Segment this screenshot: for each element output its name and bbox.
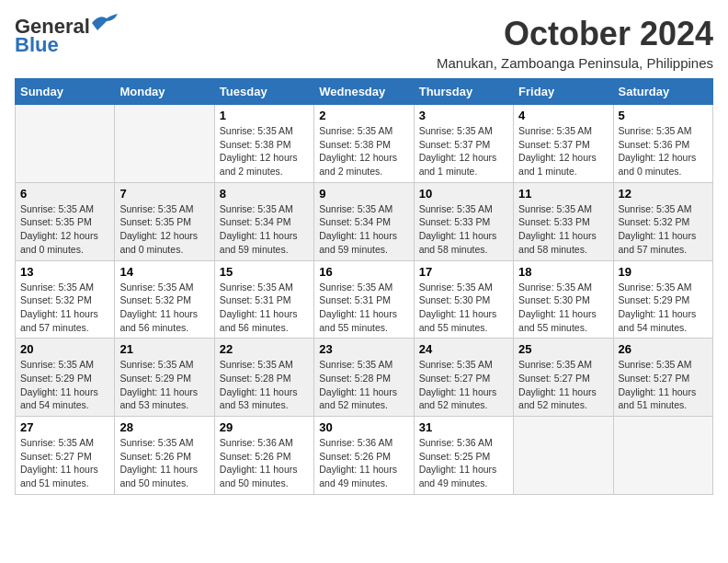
calendar-cell: 10Sunrise: 5:35 AMSunset: 5:33 PMDayligh… xyxy=(414,182,513,260)
day-detail: Sunrise: 5:35 AMSunset: 5:31 PMDaylight:… xyxy=(220,281,309,335)
day-detail: Sunrise: 5:35 AMSunset: 5:32 PMDaylight:… xyxy=(20,281,109,335)
day-number: 24 xyxy=(419,342,508,356)
day-detail: Sunrise: 5:35 AMSunset: 5:27 PMDaylight:… xyxy=(518,358,608,412)
logo: General Blue xyxy=(15,15,119,57)
day-detail: Sunrise: 5:36 AMSunset: 5:26 PMDaylight:… xyxy=(319,436,408,490)
calendar-cell: 14Sunrise: 5:35 AMSunset: 5:32 PMDayligh… xyxy=(115,260,214,339)
day-number: 22 xyxy=(220,342,309,356)
day-detail: Sunrise: 5:35 AMSunset: 5:38 PMDaylight:… xyxy=(319,124,408,178)
calendar-cell: 21Sunrise: 5:35 AMSunset: 5:29 PMDayligh… xyxy=(115,339,214,417)
day-number: 6 xyxy=(20,187,109,201)
calendar-cell: 9Sunrise: 5:35 AMSunset: 5:34 PMDaylight… xyxy=(314,182,414,260)
day-number: 25 xyxy=(518,342,608,356)
day-detail: Sunrise: 5:35 AMSunset: 5:27 PMDaylight:… xyxy=(419,358,508,412)
calendar-cell: 5Sunrise: 5:35 AMSunset: 5:36 PMDaylight… xyxy=(613,105,712,183)
day-number: 31 xyxy=(419,420,508,434)
day-detail: Sunrise: 5:35 AMSunset: 5:33 PMDaylight:… xyxy=(419,202,508,257)
day-detail: Sunrise: 5:35 AMSunset: 5:29 PMDaylight:… xyxy=(619,281,708,335)
day-detail: Sunrise: 5:35 AMSunset: 5:35 PMDaylight:… xyxy=(119,202,209,257)
calendar-cell: 22Sunrise: 5:35 AMSunset: 5:28 PMDayligh… xyxy=(214,339,313,417)
day-number: 1 xyxy=(220,109,309,122)
day-detail: Sunrise: 5:35 AMSunset: 5:37 PMDaylight:… xyxy=(518,124,608,178)
logo-bird-icon xyxy=(92,14,119,32)
calendar-cell: 24Sunrise: 5:35 AMSunset: 5:27 PMDayligh… xyxy=(414,339,513,417)
day-detail: Sunrise: 5:35 AMSunset: 5:34 PMDaylight:… xyxy=(220,202,309,257)
day-number: 18 xyxy=(518,265,608,279)
calendar-cell: 4Sunrise: 5:35 AMSunset: 5:37 PMDaylight… xyxy=(514,105,613,183)
calendar-cell: 30Sunrise: 5:36 AMSunset: 5:26 PMDayligh… xyxy=(314,417,414,495)
day-detail: Sunrise: 5:35 AMSunset: 5:33 PMDaylight:… xyxy=(518,202,608,257)
calendar-week-row: 13Sunrise: 5:35 AMSunset: 5:32 PMDayligh… xyxy=(16,260,713,339)
calendar-cell: 29Sunrise: 5:36 AMSunset: 5:26 PMDayligh… xyxy=(214,417,313,495)
calendar-cell: 23Sunrise: 5:35 AMSunset: 5:28 PMDayligh… xyxy=(314,339,414,417)
day-detail: Sunrise: 5:35 AMSunset: 5:38 PMDaylight:… xyxy=(220,124,309,178)
calendar-cell: 16Sunrise: 5:35 AMSunset: 5:31 PMDayligh… xyxy=(314,260,414,339)
calendar-header-friday: Friday xyxy=(514,79,613,105)
day-detail: Sunrise: 5:35 AMSunset: 5:28 PMDaylight:… xyxy=(220,358,309,412)
day-number: 7 xyxy=(119,187,209,201)
calendar-header-tuesday: Tuesday xyxy=(214,79,313,105)
day-detail: Sunrise: 5:35 AMSunset: 5:28 PMDaylight:… xyxy=(319,358,408,412)
day-number: 28 xyxy=(119,420,209,434)
day-detail: Sunrise: 5:35 AMSunset: 5:27 PMDaylight:… xyxy=(20,436,109,490)
calendar-cell: 28Sunrise: 5:35 AMSunset: 5:26 PMDayligh… xyxy=(115,417,214,495)
day-number: 23 xyxy=(319,342,408,356)
calendar-header-thursday: Thursday xyxy=(414,79,513,105)
calendar-week-row: 27Sunrise: 5:35 AMSunset: 5:27 PMDayligh… xyxy=(16,417,713,495)
day-detail: Sunrise: 5:35 AMSunset: 5:35 PMDaylight:… xyxy=(20,202,109,257)
calendar-cell: 31Sunrise: 5:36 AMSunset: 5:25 PMDayligh… xyxy=(414,417,513,495)
calendar-week-row: 6Sunrise: 5:35 AMSunset: 5:35 PMDaylight… xyxy=(16,182,713,260)
day-detail: Sunrise: 5:35 AMSunset: 5:32 PMDaylight:… xyxy=(119,281,209,335)
calendar-cell: 1Sunrise: 5:35 AMSunset: 5:38 PMDaylight… xyxy=(214,105,313,183)
day-number: 3 xyxy=(419,109,508,122)
calendar-header-monday: Monday xyxy=(115,79,214,105)
day-detail: Sunrise: 5:35 AMSunset: 5:27 PMDaylight:… xyxy=(619,358,708,412)
day-detail: Sunrise: 5:35 AMSunset: 5:29 PMDaylight:… xyxy=(119,358,209,412)
calendar-cell: 3Sunrise: 5:35 AMSunset: 5:37 PMDaylight… xyxy=(414,105,513,183)
calendar-cell: 20Sunrise: 5:35 AMSunset: 5:29 PMDayligh… xyxy=(16,339,115,417)
calendar-cell: 6Sunrise: 5:35 AMSunset: 5:35 PMDaylight… xyxy=(16,182,115,260)
day-number: 11 xyxy=(518,187,608,201)
day-detail: Sunrise: 5:35 AMSunset: 5:36 PMDaylight:… xyxy=(619,124,708,178)
day-number: 10 xyxy=(419,187,508,201)
day-number: 14 xyxy=(119,265,209,279)
day-detail: Sunrise: 5:35 AMSunset: 5:30 PMDaylight:… xyxy=(419,281,508,335)
day-number: 13 xyxy=(20,265,109,279)
calendar-table: SundayMondayTuesdayWednesdayThursdayFrid… xyxy=(15,78,713,495)
calendar-cell: 13Sunrise: 5:35 AMSunset: 5:32 PMDayligh… xyxy=(16,260,115,339)
calendar-cell xyxy=(115,105,214,183)
day-number: 12 xyxy=(619,187,708,201)
day-number: 19 xyxy=(619,265,708,279)
calendar-cell: 17Sunrise: 5:35 AMSunset: 5:30 PMDayligh… xyxy=(414,260,513,339)
day-detail: Sunrise: 5:36 AMSunset: 5:26 PMDaylight:… xyxy=(220,436,309,490)
day-number: 5 xyxy=(619,109,708,122)
day-detail: Sunrise: 5:35 AMSunset: 5:34 PMDaylight:… xyxy=(319,202,408,257)
logo-blue: Blue xyxy=(15,33,59,57)
calendar-header-saturday: Saturday xyxy=(613,79,712,105)
day-number: 4 xyxy=(518,109,608,122)
calendar-cell: 2Sunrise: 5:35 AMSunset: 5:38 PMDaylight… xyxy=(314,105,414,183)
calendar-cell xyxy=(514,417,613,495)
title-block: October 2024 Manukan, Zamboanga Peninsul… xyxy=(437,15,713,71)
calendar-cell: 27Sunrise: 5:35 AMSunset: 5:27 PMDayligh… xyxy=(16,417,115,495)
day-detail: Sunrise: 5:35 AMSunset: 5:29 PMDaylight:… xyxy=(20,358,109,412)
calendar-cell: 19Sunrise: 5:35 AMSunset: 5:29 PMDayligh… xyxy=(613,260,712,339)
month-title: October 2024 xyxy=(437,15,713,53)
calendar-cell: 26Sunrise: 5:35 AMSunset: 5:27 PMDayligh… xyxy=(613,339,712,417)
day-number: 9 xyxy=(319,187,408,201)
day-number: 27 xyxy=(20,420,109,434)
location-subtitle: Manukan, Zamboanga Peninsula, Philippine… xyxy=(437,55,713,71)
day-detail: Sunrise: 5:35 AMSunset: 5:26 PMDaylight:… xyxy=(119,436,209,490)
calendar-cell: 18Sunrise: 5:35 AMSunset: 5:30 PMDayligh… xyxy=(514,260,613,339)
calendar-cell xyxy=(613,417,712,495)
calendar-header-row: SundayMondayTuesdayWednesdayThursdayFrid… xyxy=(16,79,713,105)
day-number: 8 xyxy=(220,187,309,201)
day-number: 29 xyxy=(220,420,309,434)
calendar-cell: 11Sunrise: 5:35 AMSunset: 5:33 PMDayligh… xyxy=(514,182,613,260)
day-number: 17 xyxy=(419,265,508,279)
calendar-week-row: 20Sunrise: 5:35 AMSunset: 5:29 PMDayligh… xyxy=(16,339,713,417)
calendar-cell xyxy=(16,105,115,183)
day-detail: Sunrise: 5:35 AMSunset: 5:32 PMDaylight:… xyxy=(619,202,708,257)
day-detail: Sunrise: 5:36 AMSunset: 5:25 PMDaylight:… xyxy=(419,436,508,490)
day-number: 20 xyxy=(20,342,109,356)
